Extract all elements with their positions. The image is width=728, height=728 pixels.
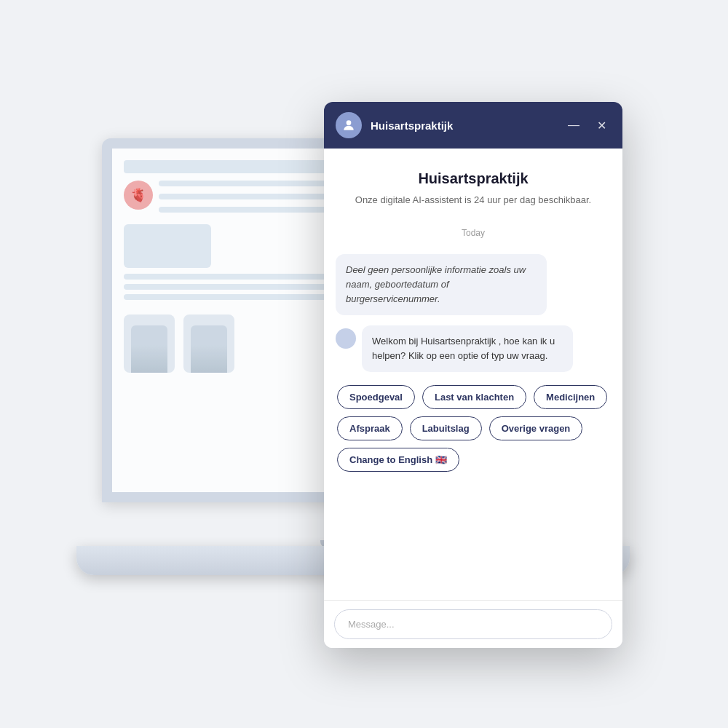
close-button[interactable]: ✕ — [593, 117, 611, 134]
laptop-line-3 — [159, 207, 346, 213]
chat-date-label: Today — [336, 228, 611, 238]
laptop-wrapper: 🫀 — [66, 66, 662, 662]
btn-last-van-klachten[interactable]: Last van klachten — [422, 385, 526, 409]
laptop-logo: 🫀 — [124, 181, 153, 210]
chat-intro-subtitle: Onze digitale AI-assistent is 24 uur per… — [336, 193, 611, 207]
laptop-avatar-figure-2 — [191, 325, 227, 373]
laptop-avatar-2 — [183, 314, 234, 373]
svg-point-0 — [347, 120, 352, 125]
chat-intro: Huisartspraktijk Onze digitale AI-assist… — [336, 163, 611, 212]
message-row: Deel geen persoonlijke informatie zoals … — [336, 254, 611, 315]
message-bubble-disclaimer: Deel geen persoonlijke informatie zoals … — [336, 254, 547, 315]
btn-labuitslag[interactable]: Labuitslag — [410, 416, 482, 440]
chat-input-area — [324, 600, 622, 648]
chat-intro-title: Huisartspraktijk — [336, 170, 611, 187]
btn-overige-vragen[interactable]: Overige vragen — [489, 416, 583, 440]
chat-header: Huisartspraktijk — ✕ — [324, 102, 622, 149]
chat-title: Huisartspraktijk — [371, 119, 555, 132]
laptop-avatar-figure-1 — [131, 325, 167, 373]
chat-buttons: Spoedgeval Last van klachten Medicijnen … — [336, 382, 611, 475]
chat-body: Huisartspraktijk Onze digitale AI-assist… — [324, 149, 622, 600]
message-row: Welkom bij Huisartsenpraktijk , hoe kan … — [336, 325, 611, 372]
chat-window: Huisartspraktijk — ✕ Huisartspraktijk On… — [324, 102, 622, 648]
btn-spoedgeval[interactable]: Spoedgeval — [337, 385, 415, 409]
bot-icon — [336, 328, 356, 349]
message-bubble-welcome: Welkom bij Huisartsenpraktijk , hoe kan … — [362, 325, 573, 372]
laptop-avatar-1 — [124, 314, 175, 373]
laptop-block — [124, 224, 211, 268]
btn-change-to-english[interactable]: Change to English 🇬🇧 — [337, 448, 459, 472]
minimize-button[interactable]: — — [563, 117, 584, 133]
btn-medicijnen[interactable]: Medicijnen — [534, 385, 607, 409]
avatar — [336, 112, 362, 138]
btn-afspraak[interactable]: Afspraak — [337, 416, 403, 440]
message-input[interactable] — [334, 609, 612, 639]
